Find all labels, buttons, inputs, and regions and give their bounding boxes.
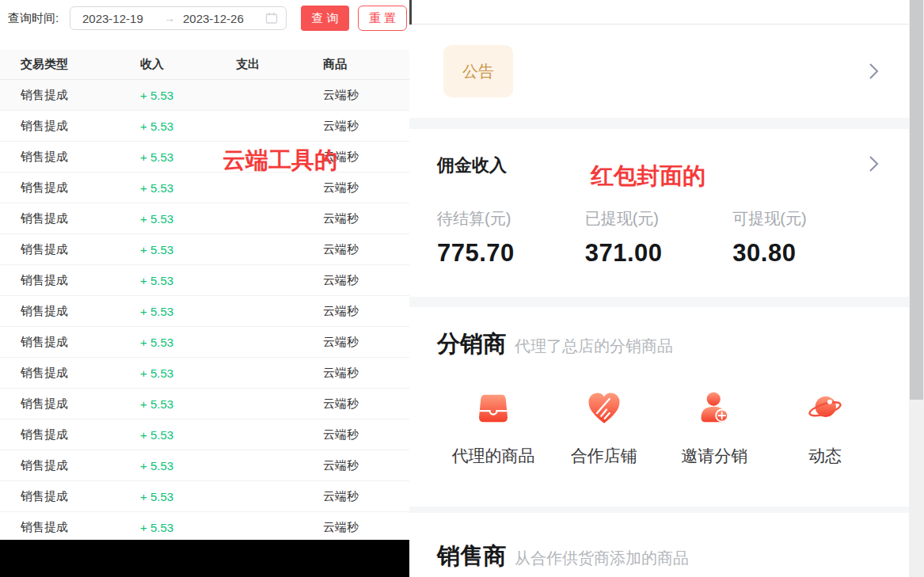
preview-topbar	[409, 0, 909, 25]
notice-card[interactable]: 公告	[409, 25, 909, 118]
cell-transaction-type: 销售提成	[0, 366, 140, 381]
cell-product: 云端秒	[323, 335, 409, 350]
commission-card: 佣金收入 红包封面的 待结算(元) 775.70 已提现(元) 371.00 可…	[409, 129, 909, 297]
date-end-input[interactable]: 2023-12-26	[180, 12, 265, 25]
cell-transaction-type: 销售提成	[0, 273, 140, 288]
table-row[interactable]: 销售提成 + 5.53 云端秒	[0, 234, 409, 265]
distributor-card: 分销商 代理了总店的分销商品 代理的商品	[409, 307, 909, 507]
calendar-icon	[265, 12, 278, 25]
watermark-right: 红包封面的	[591, 161, 705, 192]
cell-product: 云端秒	[323, 397, 409, 412]
cell-product: 云端秒	[323, 304, 409, 319]
date-start-input[interactable]: 2023-12-19	[82, 12, 159, 25]
stat-label: 待结算(元)	[437, 208, 585, 230]
cell-transaction-type: 销售提成	[0, 335, 140, 350]
seller-title-row: 销售商 从合作供货商添加的商品	[437, 541, 689, 572]
add-user-icon	[695, 389, 733, 427]
cell-product: 云端秒	[323, 520, 409, 535]
distributor-items: 代理的商品	[409, 389, 909, 467]
cell-product: 云端秒	[323, 242, 409, 257]
menu-item-label: 动态	[808, 445, 842, 467]
menu-item-agency-products[interactable]: 代理的商品	[445, 389, 542, 467]
stat-value: 371.00	[585, 239, 733, 268]
distributor-title: 分销商	[437, 328, 506, 360]
cell-transaction-type: 销售提成	[0, 304, 140, 319]
cell-income: + 5.53	[140, 150, 236, 164]
table-row[interactable]: 销售提成 + 5.53 云端秒	[0, 80, 409, 111]
table-row[interactable]: 销售提成 + 5.53 云端秒	[0, 358, 409, 389]
menu-item-news[interactable]: 动态	[777, 389, 873, 467]
table-header: 交易类型 收入 支出 商品	[0, 50, 409, 80]
seller-card: 销售商 从合作供货商添加的商品	[409, 513, 909, 577]
distributor-title-row: 分销商 代理了总店的分销商品	[437, 328, 673, 360]
cell-transaction-type: 销售提成	[0, 242, 140, 257]
cell-transaction-type: 销售提成	[0, 150, 140, 165]
cell-income: + 5.53	[140, 428, 236, 442]
table-row[interactable]: 销售提成 + 5.53 云端秒	[0, 173, 409, 203]
stat-value: 30.80	[732, 239, 880, 268]
table-row[interactable]: 销售提成 + 5.53 云端秒	[0, 265, 409, 296]
filter-bar: 查询时间: 2023-12-19 → 2023-12-26 查 询 重 置	[0, 0, 409, 36]
menu-item-label: 邀请分销	[681, 445, 747, 467]
header-expense: 支出	[236, 57, 323, 72]
table-row[interactable]: 销售提成 + 5.53 云端秒	[0, 512, 409, 543]
cell-income: + 5.53	[140, 89, 236, 102]
stat-withdrawn: 已提现(元) 371.00	[585, 208, 733, 268]
cell-transaction-type: 销售提成	[0, 119, 140, 134]
table-row[interactable]: 销售提成 + 5.53 云端秒	[0, 481, 409, 512]
table-row[interactable]: 销售提成 + 5.53 云端秒	[0, 450, 409, 481]
watermark-left: 云端工具的	[222, 145, 337, 177]
cell-income: + 5.53	[140, 274, 236, 287]
cell-income: + 5.53	[140, 366, 236, 380]
cell-product: 云端秒	[323, 119, 409, 134]
menu-item-invite-distribution[interactable]: 邀请分销	[666, 389, 762, 467]
scrollbar-track[interactable]	[909, 0, 924, 577]
header-income: 收入	[140, 57, 236, 72]
cell-income: + 5.53	[140, 459, 236, 473]
stat-pending: 待结算(元) 775.70	[437, 208, 585, 268]
cell-product: 云端秒	[323, 458, 409, 473]
cell-product: 云端秒	[323, 180, 409, 195]
table-row[interactable]: 销售提成 + 5.53 云端秒	[0, 327, 409, 358]
cell-product: 云端秒	[323, 427, 409, 442]
table-row[interactable]: 销售提成 + 5.53 云端秒	[0, 296, 409, 327]
cell-transaction-type: 销售提成	[0, 520, 140, 535]
heart-hands-icon	[585, 389, 623, 427]
table-row[interactable]: 销售提成 + 5.53 云端秒	[0, 419, 409, 450]
date-range-picker[interactable]: 2023-12-19 → 2023-12-26	[70, 6, 287, 30]
table-row[interactable]: 销售提成 + 5.53 云端秒	[0, 389, 409, 419]
cell-income: + 5.53	[140, 305, 236, 318]
cell-income: + 5.53	[140, 243, 236, 256]
commission-title: 佣金收入	[437, 154, 507, 177]
table-row[interactable]: 销售提成 + 5.53 云端秒	[0, 142, 409, 173]
table-body: 销售提成 + 5.53 云端秒 销售提成 + 5.53 云端秒 销售提成 + 5…	[0, 80, 409, 543]
reset-button[interactable]: 重 置	[358, 6, 407, 31]
box-icon	[474, 389, 512, 427]
menu-item-partner-stores[interactable]: 合作店铺	[556, 389, 652, 467]
shop-preview-panel: 公告 佣金收入 红包封面的 待结算(元) 775.70 已提现(元) 371.0…	[409, 0, 909, 577]
chevron-right-icon[interactable]	[868, 154, 880, 173]
stat-label: 已提现(元)	[585, 208, 733, 230]
black-overlay	[0, 540, 409, 577]
table-row[interactable]: 销售提成 + 5.53 云端秒	[0, 203, 409, 234]
cell-product: 云端秒	[323, 366, 409, 381]
header-type: 交易类型	[0, 57, 140, 72]
cell-product: 云端秒	[323, 211, 409, 226]
transactions-pane: 查询时间: 2023-12-19 → 2023-12-26 查 询 重 置 交易…	[0, 0, 409, 577]
range-arrow-icon: →	[159, 12, 180, 25]
cell-transaction-type: 销售提成	[0, 427, 140, 442]
cell-transaction-type: 销售提成	[0, 180, 140, 195]
chevron-right-icon[interactable]	[868, 62, 880, 81]
scrollbar-thumb[interactable]	[910, 0, 923, 400]
cell-income: + 5.53	[140, 490, 236, 503]
cell-income: + 5.53	[140, 120, 236, 133]
cell-product: 云端秒	[323, 273, 409, 288]
menu-item-label: 代理的商品	[452, 445, 535, 467]
cell-transaction-type: 销售提成	[0, 88, 140, 103]
stat-withdrawable: 可提现(元) 30.80	[732, 208, 880, 268]
notice-badge: 公告	[443, 45, 513, 97]
table-row[interactable]: 销售提成 + 5.53 云端秒	[0, 111, 409, 142]
cell-income: + 5.53	[140, 212, 236, 226]
cell-income: + 5.53	[140, 181, 236, 195]
query-button[interactable]: 查 询	[301, 6, 349, 31]
